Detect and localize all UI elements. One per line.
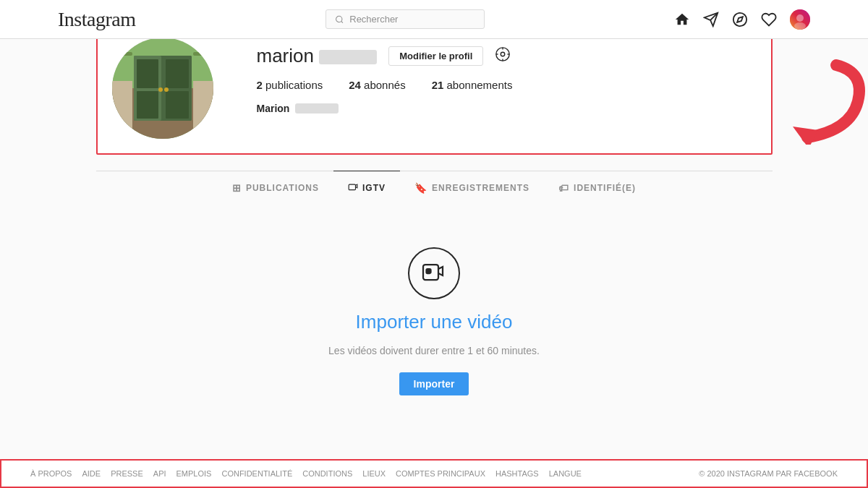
footer-link[interactable]: COMPTES PRINCIPAUX <box>396 469 485 478</box>
tab-enregistrements[interactable]: 🔖 ENREGISTREMENTS <box>400 171 544 204</box>
tab-publications-label: PUBLICATIONS <box>246 183 319 193</box>
footer-link[interactable]: EMPLOIS <box>176 469 212 478</box>
bookmark-icon: 🔖 <box>414 182 427 194</box>
red-arrow <box>778 58 869 145</box>
search-bar[interactable] <box>326 9 485 29</box>
tab-igtv[interactable]: IGTV <box>333 171 400 204</box>
username-blur <box>319 50 377 64</box>
svg-rect-14 <box>166 59 189 88</box>
svg-point-7 <box>794 22 806 30</box>
abonnements-count: 21 <box>432 79 444 91</box>
footer-link[interactable]: API <box>153 469 166 478</box>
heart-icon[interactable] <box>761 12 777 27</box>
profile-fullname: Marion <box>257 103 757 114</box>
abonnements-label: abonnements <box>447 79 513 91</box>
svg-rect-22 <box>193 81 213 139</box>
tab-publications[interactable]: ⊞ PUBLICATIONS <box>218 171 333 204</box>
main-wrapper: marion Modifier le profil <box>0 14 868 482</box>
svg-rect-15 <box>137 91 158 119</box>
publications-count: 2 <box>257 79 263 91</box>
tab-igtv-label: IGTV <box>362 183 386 193</box>
igtv-content: Importer une vidéo Les vidéos doivent du… <box>96 204 773 439</box>
profile-username: marion <box>257 45 378 67</box>
tabs: ⊞ PUBLICATIONS IGTV 🔖 ENREGISTREMENTS <box>96 171 773 204</box>
send-icon[interactable] <box>703 12 719 27</box>
header: Instagram <box>0 0 868 39</box>
compass-icon[interactable] <box>732 12 748 27</box>
footer-links: À PROPOSAIDEPRESSEAPIEMPLOISCONFIDENTIAL… <box>30 469 582 478</box>
footer-link[interactable]: CONFIDENTIALITÉ <box>221 469 292 478</box>
igtv-tab-icon <box>348 181 358 194</box>
svg-rect-16 <box>166 91 189 119</box>
publications-stat: 2 publications <box>257 79 323 91</box>
svg-point-18 <box>164 87 169 92</box>
grid-icon: ⊞ <box>232 182 242 194</box>
svg-rect-19 <box>112 52 132 56</box>
avatar[interactable] <box>790 9 810 30</box>
tab-identifie-label: IDENTIFIÉ(E) <box>574 183 636 193</box>
abonnes-label: abonnés <box>364 79 406 91</box>
svg-point-17 <box>158 87 163 92</box>
svg-rect-21 <box>112 81 132 139</box>
tab-identifie[interactable]: 🏷 IDENTIFIÉ(E) <box>544 171 650 204</box>
footer-link[interactable]: HASHTAGS <box>495 469 539 478</box>
tab-enregistrements-label: ENREGISTREMENTS <box>432 183 529 193</box>
tabs-section: ⊞ PUBLICATIONS IGTV 🔖 ENREGISTREMENTS <box>96 171 773 204</box>
svg-rect-13 <box>137 59 158 88</box>
publications-label: publications <box>265 79 323 91</box>
profile-info: marion Modifier le profil <box>257 38 757 114</box>
settings-icon[interactable] <box>495 46 511 67</box>
igtv-title: Importer une vidéo <box>356 311 513 333</box>
footer: À PROPOSAIDEPRESSEAPIEMPLOISCONFIDENTIAL… <box>0 459 868 488</box>
header-icons <box>674 9 810 30</box>
home-icon[interactable] <box>674 12 690 27</box>
profile-stats: 2 publications 24 abonnés 21 abonnements <box>257 79 757 91</box>
instagram-logo: Instagram <box>58 8 135 31</box>
abonnes-stat: 24 abonnés <box>349 79 405 91</box>
search-input[interactable] <box>349 14 475 25</box>
profile-outer: marion Modifier le profil <box>96 14 773 439</box>
svg-point-6 <box>796 14 804 22</box>
igtv-icon-circle <box>408 247 460 299</box>
tag-icon: 🏷 <box>558 182 569 194</box>
svg-point-24 <box>501 52 506 56</box>
footer-link[interactable]: À PROPOS <box>30 469 72 478</box>
abonnements-stat: 21 abonnements <box>432 79 513 91</box>
footer-link[interactable]: AIDE <box>82 469 101 478</box>
profile-name-row: marion Modifier le profil <box>257 45 757 67</box>
svg-rect-20 <box>193 52 213 56</box>
profile-avatar <box>112 38 213 139</box>
svg-rect-30 <box>349 184 355 190</box>
profile-avatar-wrapper <box>112 38 213 139</box>
footer-link[interactable]: CONDITIONS <box>302 469 352 478</box>
footer-link[interactable]: LANGUE <box>549 469 582 478</box>
edit-profile-button[interactable]: Modifier le profil <box>388 46 483 66</box>
footer-link[interactable]: LIEUX <box>362 469 386 478</box>
igtv-import-button[interactable]: Importer <box>399 372 469 395</box>
search-icon <box>335 14 344 25</box>
svg-point-3 <box>733 12 746 25</box>
svg-point-0 <box>336 16 341 22</box>
fullname-blur <box>295 103 339 114</box>
abonnes-count: 24 <box>349 79 361 91</box>
footer-copyright: © 2020 INSTAGRAM PAR FACEBOOK <box>699 469 838 478</box>
arrow-container <box>778 58 869 147</box>
igtv-subtitle: Les vidéos doivent durer entre 1 et 60 m… <box>328 345 540 356</box>
svg-rect-32 <box>427 269 431 273</box>
footer-link[interactable]: PRESSE <box>111 469 143 478</box>
svg-marker-4 <box>737 17 743 22</box>
